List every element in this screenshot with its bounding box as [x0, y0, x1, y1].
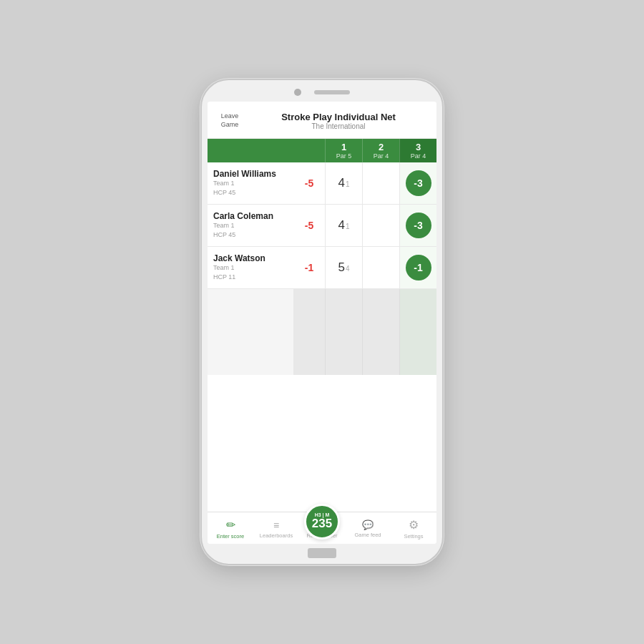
player3-hcp: HCP 11 [213, 273, 288, 283]
player1-hcp: HCP 45 [213, 188, 288, 198]
empty-hole1-col [325, 289, 362, 375]
player2-hole3[interactable]: -3 [399, 205, 436, 246]
hole2-header: 2 Par 4 [362, 139, 399, 162]
phone-frame: Leave Game Stroke Play Individual Net Th… [200, 79, 444, 565]
empty-hole2-col [362, 289, 399, 375]
player1-info: Daniel Williams Team 1 HCP 45 [208, 163, 293, 204]
player2-hole1-score: 41 [338, 218, 349, 233]
player1-name: Daniel Williams [213, 169, 288, 179]
hole3-number: 3 [416, 142, 421, 152]
player1-hole3[interactable]: -3 [399, 162, 436, 204]
player1-total: -5 [293, 177, 325, 189]
app-header: Leave Game Stroke Play Individual Net Th… [208, 102, 436, 139]
player2-total: -5 [293, 220, 325, 231]
leave-game-button[interactable]: Leave Game [216, 112, 243, 129]
player3-info: Jack Watson Team 1 HCP 11 [208, 248, 293, 288]
empty-area [208, 289, 436, 375]
pencil-icon: ✏ [226, 518, 235, 532]
range-number: 235 [312, 517, 332, 531]
nav-settings[interactable]: ⚙ Settings [391, 517, 436, 541]
list-icon: ≡ [273, 519, 279, 531]
holes-header: 1 Par 5 2 Par 4 3 Par 4 [208, 139, 436, 162]
players-area: Daniel Williams Team 1 HCP 45 -5 41 -3 [208, 162, 436, 512]
name-col-header [208, 139, 293, 162]
nav-game-feed[interactable]: 💬 Game feed [345, 518, 391, 540]
player2-name: Carla Coleman [213, 211, 288, 221]
range-finder-circle: H3 | M 235 [304, 504, 340, 540]
player3-name: Jack Watson [213, 253, 288, 263]
player3-hole3-circle: -1 [406, 255, 431, 280]
player3-hole2[interactable] [362, 247, 399, 288]
phone-home-button[interactable] [308, 548, 336, 558]
player1-hole1-score: 41 [338, 176, 349, 190]
player3-total: -1 [293, 262, 325, 273]
player2-team: Team 1 [213, 221, 288, 231]
player1-hole3-circle: -3 [406, 170, 431, 196]
header-title-block: Stroke Play Individual Net The Internati… [249, 112, 428, 130]
player3-hole1-score: 54 [338, 260, 349, 275]
hole2-par: Par 4 [374, 152, 389, 160]
hole3-par: Par 4 [411, 152, 426, 160]
nav-leaderboards[interactable]: ≡ Leaderboards [253, 518, 299, 540]
nav-leaderboards-label: Leaderboards [260, 532, 293, 539]
player3-hole3[interactable]: -1 [399, 247, 436, 288]
chat-icon: 💬 [362, 519, 374, 530]
hole3-header: 3 Par 4 [399, 139, 436, 162]
player1-hole2[interactable] [362, 162, 399, 204]
bottom-nav: ✏ Enter score ≡ Leaderboards H3 | M 235 … [208, 512, 436, 544]
gear-icon: ⚙ [409, 518, 419, 532]
nav-range-finder[interactable]: H3 | M 235 Range finder [299, 519, 345, 539]
empty-name-col [208, 289, 293, 375]
player3-team: Team 1 [213, 263, 288, 273]
player-row[interactable]: Jack Watson Team 1 HCP 11 -1 54 -1 [208, 247, 436, 289]
hole2-number: 2 [379, 142, 384, 152]
player2-info: Carla Coleman Team 1 HCP 45 [208, 205, 293, 246]
nav-enter-score[interactable]: ✏ Enter score [208, 517, 253, 541]
player1-team: Team 1 [213, 179, 288, 189]
hole1-par: Par 5 [336, 152, 352, 160]
nav-enter-score-label: Enter score [217, 533, 244, 540]
player2-hole1[interactable]: 41 [325, 205, 362, 246]
speaker [314, 90, 350, 94]
player-row[interactable]: Carla Coleman Team 1 HCP 45 -5 41 -3 [208, 205, 436, 247]
score-total-header [293, 139, 325, 162]
nav-settings-label: Settings [404, 533, 423, 540]
player-row[interactable]: Daniel Williams Team 1 HCP 45 -5 41 -3 [208, 162, 436, 205]
player1-hole1[interactable]: 41 [325, 162, 362, 204]
player2-hcp: HCP 45 [213, 230, 288, 240]
empty-hole3-col [399, 289, 436, 375]
camera [294, 89, 301, 96]
player2-hole3-circle: -3 [406, 213, 431, 238]
empty-total-col [293, 289, 325, 375]
game-title: Stroke Play Individual Net [249, 112, 428, 122]
player2-hole2[interactable] [362, 205, 399, 246]
phone-screen: Leave Game Stroke Play Individual Net Th… [208, 102, 436, 544]
hole1-header: 1 Par 5 [325, 139, 362, 162]
nav-game-feed-label: Game feed [354, 532, 381, 538]
phone-top-bar [208, 89, 436, 96]
course-name: The International [249, 122, 428, 130]
hole1-number: 1 [341, 142, 346, 152]
player3-hole1[interactable]: 54 [325, 247, 362, 288]
